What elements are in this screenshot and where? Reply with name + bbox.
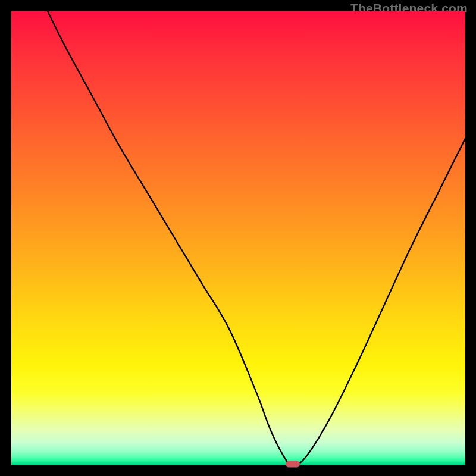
plot-area <box>11 11 465 465</box>
minimum-marker <box>286 461 300 468</box>
bottleneck-curve <box>48 11 465 465</box>
curve-svg <box>11 11 465 465</box>
chart-container: TheBottleneck.com <box>0 0 476 476</box>
